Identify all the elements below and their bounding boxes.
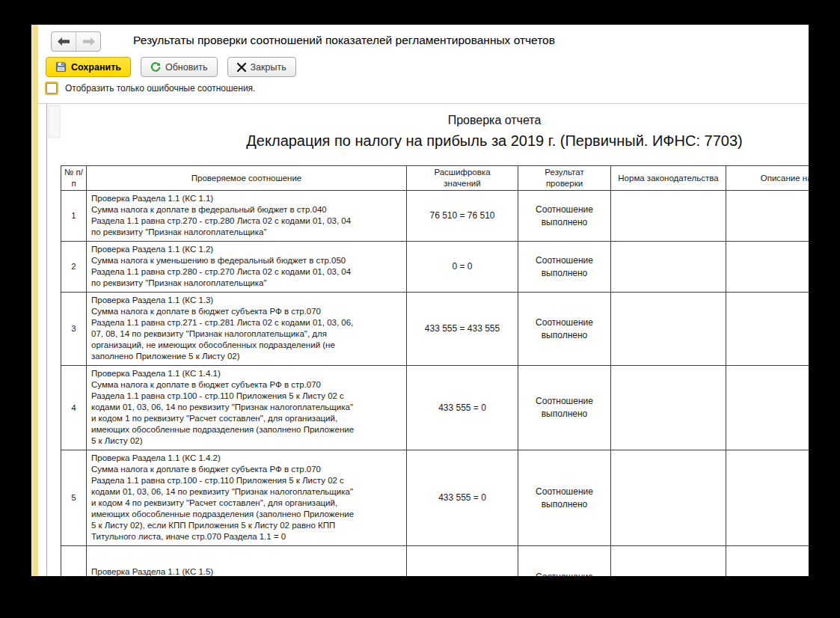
cell-values-breakdown xyxy=(407,546,518,577)
table-row[interactable]: 3 Проверка Раздела 1.1 (КС 1.3) Сумма на… xyxy=(61,293,809,366)
cell-row-number: 1 xyxy=(61,191,87,242)
cell-row-number xyxy=(61,546,87,577)
table-row[interactable]: 4 Проверка Раздела 1.1 (КС 1.4.1) Сумма … xyxy=(61,366,809,450)
cell-check-result: Соотношение выполнено xyxy=(518,191,611,242)
cell-row-number: 2 xyxy=(61,242,87,293)
cell-law-norm xyxy=(611,366,726,450)
report-subtitle: Декларация по налогу на прибыль за 2019 … xyxy=(61,132,809,150)
errors-only-checkbox[interactable] xyxy=(46,83,57,94)
refresh-button-label: Обновить xyxy=(165,62,208,73)
cell-check-result: Соотношение выполнено xyxy=(518,242,611,293)
cell-violation-description xyxy=(726,191,809,242)
window-side-strip xyxy=(31,25,38,576)
cell-values-breakdown: 76 510 = 76 510 xyxy=(407,191,518,242)
close-button[interactable]: Закрыть xyxy=(227,57,296,77)
close-icon xyxy=(237,63,246,72)
cell-checked-relation: Проверка Раздела 1.1 (КС 1.2) Сумма нало… xyxy=(87,242,407,293)
save-button-label: Сохранить xyxy=(71,62,121,73)
history-nav-group xyxy=(51,31,101,52)
cell-check-result: Соотношение выполнено xyxy=(518,293,611,366)
cell-law-norm xyxy=(611,242,726,293)
filter-row: Отобразить только ошибочные соотношения. xyxy=(45,82,255,95)
page-title: Результаты проверки соотношений показате… xyxy=(133,34,555,47)
cell-law-norm xyxy=(611,450,726,546)
cell-law-norm xyxy=(611,546,726,577)
cell-law-norm xyxy=(611,293,726,366)
table-row[interactable]: Проверка Раздела 1.1 (КС 1.5) Сумма нало… xyxy=(61,546,809,577)
column-header: № п/п xyxy=(61,166,87,191)
cell-check-result: Соотношение выполнено xyxy=(518,450,611,546)
refresh-icon xyxy=(150,62,161,73)
cell-values-breakdown: 433 555 = 0 xyxy=(407,450,518,546)
refresh-button[interactable]: Обновить xyxy=(141,57,218,77)
spreadsheet-area: Проверка отчета Декларация по налогу на … xyxy=(38,103,809,576)
column-header: Описание нарушения xyxy=(726,166,809,191)
report-window: Результаты проверки соотношений показате… xyxy=(31,25,809,576)
cell-law-norm xyxy=(611,191,726,242)
report-table-body: 1 Проверка Раздела 1.1 (КС 1.1) Сумма на… xyxy=(61,191,809,577)
report-sheet: Проверка отчета Декларация по налогу на … xyxy=(61,104,809,576)
cell-values-breakdown: 0 = 0 xyxy=(407,242,518,293)
cell-violation-description xyxy=(726,293,809,366)
errors-only-label[interactable]: Отобразить только ошибочные соотношения. xyxy=(65,83,255,94)
cell-violation-description xyxy=(726,366,809,450)
cell-check-result: Соотношение выполнено xyxy=(518,546,611,577)
save-button[interactable]: Сохранить xyxy=(46,57,131,77)
cell-values-breakdown: 433 555 = 433 555 xyxy=(407,293,518,366)
table-row[interactable]: 1 Проверка Раздела 1.1 (КС 1.1) Сумма на… xyxy=(61,191,809,242)
cell-values-breakdown: 433 555 = 0 xyxy=(407,366,518,450)
column-header: Проверяемое соотношение xyxy=(87,166,407,191)
cell-checked-relation: Проверка Раздела 1.1 (КС 1.5) Сумма нало… xyxy=(87,546,407,577)
close-button-label: Закрыть xyxy=(251,62,286,73)
cell-checked-relation: Проверка Раздела 1.1 (КС 1.4.1) Сумма на… xyxy=(87,366,407,450)
column-header: Результат проверки xyxy=(518,166,611,191)
table-row[interactable]: 2 Проверка Раздела 1.1 (КС 1.2) Сумма на… xyxy=(61,242,809,293)
report-title: Проверка отчета xyxy=(61,114,809,127)
toolbar: Сохранить Обновить Закрыть xyxy=(46,57,296,77)
cell-check-result: Соотношение выполнено xyxy=(518,366,611,450)
cell-row-number: 5 xyxy=(61,450,87,546)
floppy-disk-icon xyxy=(55,61,67,73)
cell-violation-description xyxy=(726,242,809,293)
table-header-row: № п/пПроверяемое соотношениеРасшифровка … xyxy=(61,166,809,191)
cell-row-number: 4 xyxy=(61,366,87,450)
cell-checked-relation: Проверка Раздела 1.1 (КС 1.1) Сумма нало… xyxy=(87,191,407,242)
back-arrow-icon xyxy=(58,37,70,46)
row-header-gutter xyxy=(46,104,61,576)
back-button[interactable] xyxy=(52,32,76,51)
gutter-corner-block xyxy=(48,105,61,138)
cell-row-number: 3 xyxy=(61,293,87,366)
table-row[interactable]: 5 Проверка Раздела 1.1 (КС 1.4.2) Сумма … xyxy=(61,450,809,546)
cell-checked-relation: Проверка Раздела 1.1 (КС 1.3) Сумма нало… xyxy=(87,293,407,366)
forward-arrow-icon xyxy=(82,37,95,46)
cell-violation-description xyxy=(726,450,809,546)
column-header: Норма законодательства xyxy=(611,166,726,191)
cell-violation-description xyxy=(726,546,809,577)
forward-button[interactable] xyxy=(76,32,100,51)
cell-checked-relation: Проверка Раздела 1.1 (КС 1.4.2) Сумма на… xyxy=(87,450,407,546)
checks-table: № п/пПроверяемое соотношениеРасшифровка … xyxy=(61,165,809,576)
column-header: Расшифровка значений xyxy=(407,166,518,191)
